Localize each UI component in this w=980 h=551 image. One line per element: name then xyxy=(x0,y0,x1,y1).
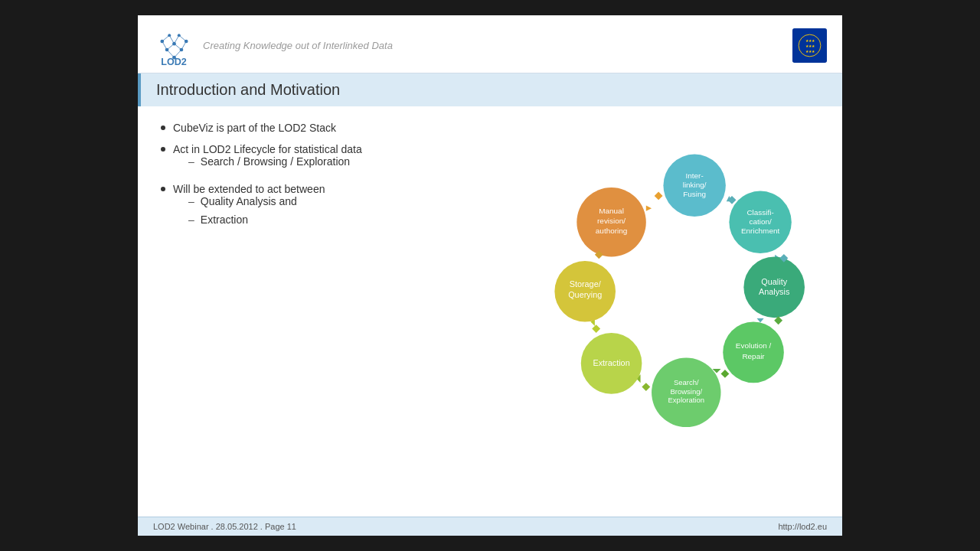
svg-marker-63 xyxy=(721,370,730,378)
svg-text:Repair: Repair xyxy=(742,352,765,360)
svg-line-17 xyxy=(175,35,179,44)
svg-text:Querying: Querying xyxy=(568,290,602,299)
sub-bullet-2: – Quality Analysis and xyxy=(188,195,325,207)
sub-dash-1: – xyxy=(188,155,194,168)
svg-line-14 xyxy=(162,35,169,41)
svg-text:★★★: ★★★ xyxy=(805,44,815,48)
lifecycle-diagram: Inter- linking/ Fusing Classifi- cation/… xyxy=(528,122,819,443)
bullet-dot-3 xyxy=(161,187,165,191)
svg-line-12 xyxy=(181,41,186,50)
svg-text:Classifi-: Classifi- xyxy=(746,208,773,217)
svg-text:linking/: linking/ xyxy=(683,181,707,189)
slide-container: LOD2 Creating Knowledge out of Interlink… xyxy=(138,15,842,536)
svg-marker-24 xyxy=(646,206,652,211)
svg-text:Evolution /: Evolution / xyxy=(736,341,772,350)
bullet-text-2: Act in LOD2 Lifecycle for statistical da… xyxy=(173,143,362,155)
svg-text:Analysis: Analysis xyxy=(759,287,790,296)
svg-text:Search/: Search/ xyxy=(674,378,699,386)
bullet-section: CubeViz is part of the LOD2 Stack Act in… xyxy=(161,122,513,443)
svg-text:revision/: revision/ xyxy=(597,217,626,225)
svg-line-16 xyxy=(169,35,174,44)
svg-text:Fusing: Fusing xyxy=(683,190,706,198)
slide-title-bar: Introduction and Motivation xyxy=(138,73,842,106)
svg-text:authoring: authoring xyxy=(596,227,627,235)
svg-text:LOD2: LOD2 xyxy=(161,57,187,67)
sub-text-3: Extraction xyxy=(201,214,248,226)
header-subtitle: Creating Knowledge out of Interlinked Da… xyxy=(203,40,393,51)
logo-area: LOD2 Creating Knowledge out of Interlink… xyxy=(153,24,393,67)
svg-text:Enrichment: Enrichment xyxy=(741,227,779,235)
svg-text:Quality: Quality xyxy=(761,277,787,286)
sub-dash-3: – xyxy=(188,214,194,226)
bullet-item-1: CubeViz is part of the LOD2 Stack xyxy=(161,122,513,134)
svg-line-13 xyxy=(175,44,181,50)
svg-text:Browsing/: Browsing/ xyxy=(670,387,702,396)
sub-dash-2: – xyxy=(188,195,194,207)
svg-text:cation/: cation/ xyxy=(749,217,772,226)
svg-text:Storage/: Storage/ xyxy=(570,279,602,289)
slide-title: Introduction and Motivation xyxy=(156,81,827,99)
sub-bullet-1: – Search / Browsing / Exploration xyxy=(188,155,362,168)
sub-text-1: Search / Browsing / Exploration xyxy=(201,155,350,168)
lod2-logo-graphic: LOD2 xyxy=(153,24,195,67)
svg-line-11 xyxy=(167,44,174,50)
svg-line-10 xyxy=(162,41,167,50)
svg-marker-27 xyxy=(757,318,764,322)
sub-bullet-3: – Extraction xyxy=(188,214,325,226)
sub-text-2: Quality Analysis and xyxy=(201,195,297,207)
svg-text:Extraction: Extraction xyxy=(593,358,629,367)
slide-footer: LOD2 Webinar . 28.05.2012 . Page 11 http… xyxy=(138,517,842,536)
footer-right: http://lod2.eu xyxy=(778,522,827,531)
footer-left: LOD2 Webinar . 28.05.2012 . Page 11 xyxy=(153,522,296,531)
svg-marker-64 xyxy=(642,383,650,391)
eu-logo: ★★★ ★★★ ★★★ xyxy=(792,28,827,63)
svg-text:Manual: Manual xyxy=(599,207,624,215)
svg-line-15 xyxy=(179,35,186,41)
bullet-text-3: Will be extended to act between xyxy=(173,183,325,195)
slide-content: CubeViz is part of the LOD2 Stack Act in… xyxy=(138,106,842,458)
bullet-dot-2 xyxy=(161,147,165,152)
bullet-dot-1 xyxy=(161,126,165,130)
bullet-item-2: Act in LOD2 Lifecycle for statistical da… xyxy=(161,143,513,174)
diagram-section: Inter- linking/ Fusing Classifi- cation/… xyxy=(528,122,819,443)
svg-text:★★★: ★★★ xyxy=(805,39,815,43)
svg-text:★★★: ★★★ xyxy=(805,50,815,54)
svg-text:Inter-: Inter- xyxy=(686,171,704,180)
bullet-text-1: CubeViz is part of the LOD2 Stack xyxy=(173,122,336,134)
bullet-item-3: Will be extended to act between – Qualit… xyxy=(161,183,513,232)
slide-header: LOD2 Creating Knowledge out of Interlink… xyxy=(138,15,842,73)
svg-text:Exploration: Exploration xyxy=(668,396,705,404)
svg-marker-59 xyxy=(655,191,663,200)
svg-marker-65 xyxy=(592,324,600,333)
